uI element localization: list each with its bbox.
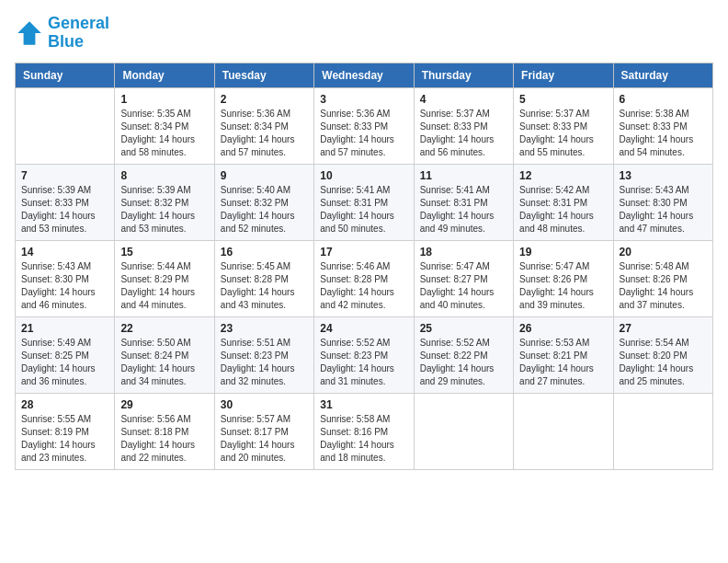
calendar-week-1: 1Sunrise: 5:35 AM Sunset: 8:34 PM Daylig… bbox=[16, 87, 713, 164]
day-info: Sunrise: 5:41 AM Sunset: 8:31 PM Dayligh… bbox=[420, 184, 507, 236]
day-number: 17 bbox=[320, 246, 407, 259]
day-info: Sunrise: 5:52 AM Sunset: 8:22 PM Dayligh… bbox=[420, 337, 507, 388]
day-info: Sunrise: 5:43 AM Sunset: 8:30 PM Dayligh… bbox=[21, 260, 108, 312]
day-number: 1 bbox=[120, 93, 208, 106]
calendar-cell: 18Sunrise: 5:47 AM Sunset: 8:27 PM Dayli… bbox=[414, 240, 513, 316]
calendar-cell: 2Sunrise: 5:36 AM Sunset: 8:34 PM Daylig… bbox=[214, 87, 313, 164]
day-number: 7 bbox=[21, 169, 108, 182]
calendar-week-3: 14Sunrise: 5:43 AM Sunset: 8:30 PM Dayli… bbox=[16, 240, 713, 316]
day-number: 28 bbox=[21, 398, 108, 411]
day-number: 19 bbox=[519, 246, 607, 259]
calendar-cell: 26Sunrise: 5:53 AM Sunset: 8:21 PM Dayli… bbox=[514, 316, 613, 393]
calendar-cell: 23Sunrise: 5:51 AM Sunset: 8:23 PM Dayli… bbox=[214, 316, 313, 393]
day-info: Sunrise: 5:37 AM Sunset: 8:33 PM Dayligh… bbox=[420, 108, 507, 159]
day-info: Sunrise: 5:36 AM Sunset: 8:34 PM Dayligh… bbox=[221, 108, 308, 159]
day-number: 14 bbox=[21, 246, 108, 259]
day-info: Sunrise: 5:38 AM Sunset: 8:33 PM Dayligh… bbox=[620, 108, 707, 159]
calendar-cell: 6Sunrise: 5:38 AM Sunset: 8:33 PM Daylig… bbox=[613, 87, 712, 164]
day-number: 5 bbox=[519, 93, 607, 106]
svg-marker-0 bbox=[17, 21, 41, 45]
calendar-cell: 9Sunrise: 5:40 AM Sunset: 8:32 PM Daylig… bbox=[214, 164, 313, 240]
day-number: 9 bbox=[221, 169, 308, 182]
calendar-cell: 21Sunrise: 5:49 AM Sunset: 8:25 PM Dayli… bbox=[16, 316, 115, 393]
day-number: 15 bbox=[120, 246, 208, 259]
day-info: Sunrise: 5:37 AM Sunset: 8:33 PM Dayligh… bbox=[519, 108, 607, 159]
weekday-header-tuesday: Tuesday bbox=[214, 63, 313, 87]
calendar-cell: 22Sunrise: 5:50 AM Sunset: 8:24 PM Dayli… bbox=[115, 316, 214, 393]
calendar-cell: 11Sunrise: 5:41 AM Sunset: 8:31 PM Dayli… bbox=[414, 164, 513, 240]
day-info: Sunrise: 5:57 AM Sunset: 8:17 PM Dayligh… bbox=[221, 413, 308, 465]
day-info: Sunrise: 5:56 AM Sunset: 8:18 PM Dayligh… bbox=[120, 413, 208, 465]
day-number: 13 bbox=[620, 169, 707, 182]
day-info: Sunrise: 5:35 AM Sunset: 8:34 PM Dayligh… bbox=[120, 108, 208, 159]
day-number: 23 bbox=[221, 322, 308, 335]
calendar-cell: 25Sunrise: 5:52 AM Sunset: 8:22 PM Dayli… bbox=[414, 316, 513, 393]
calendar-cell bbox=[16, 87, 115, 164]
weekday-header-thursday: Thursday bbox=[414, 63, 513, 87]
day-number: 29 bbox=[120, 398, 208, 411]
calendar-table: SundayMondayTuesdayWednesdayThursdayFrid… bbox=[15, 63, 713, 470]
day-number: 11 bbox=[420, 169, 507, 182]
day-number: 3 bbox=[320, 93, 407, 106]
day-number: 24 bbox=[320, 322, 407, 335]
calendar-cell bbox=[414, 393, 513, 469]
calendar-cell: 28Sunrise: 5:55 AM Sunset: 8:19 PM Dayli… bbox=[16, 393, 115, 469]
day-number: 8 bbox=[120, 169, 208, 182]
day-info: Sunrise: 5:41 AM Sunset: 8:31 PM Dayligh… bbox=[320, 184, 407, 236]
day-info: Sunrise: 5:54 AM Sunset: 8:20 PM Dayligh… bbox=[620, 337, 707, 388]
calendar-cell: 13Sunrise: 5:43 AM Sunset: 8:30 PM Dayli… bbox=[613, 164, 712, 240]
calendar-cell: 30Sunrise: 5:57 AM Sunset: 8:17 PM Dayli… bbox=[214, 393, 313, 469]
day-number: 2 bbox=[221, 93, 308, 106]
calendar-header-row: SundayMondayTuesdayWednesdayThursdayFrid… bbox=[16, 63, 713, 87]
logo-text: General Blue bbox=[48, 15, 109, 52]
calendar-cell: 8Sunrise: 5:39 AM Sunset: 8:32 PM Daylig… bbox=[115, 164, 214, 240]
calendar-cell: 15Sunrise: 5:44 AM Sunset: 8:29 PM Dayli… bbox=[115, 240, 214, 316]
calendar-week-4: 21Sunrise: 5:49 AM Sunset: 8:25 PM Dayli… bbox=[16, 316, 713, 393]
day-info: Sunrise: 5:39 AM Sunset: 8:33 PM Dayligh… bbox=[21, 184, 108, 236]
day-number: 16 bbox=[221, 246, 308, 259]
day-info: Sunrise: 5:58 AM Sunset: 8:16 PM Dayligh… bbox=[320, 413, 407, 465]
day-info: Sunrise: 5:55 AM Sunset: 8:19 PM Dayligh… bbox=[21, 413, 108, 465]
day-number: 20 bbox=[620, 246, 707, 259]
logo-icon bbox=[15, 18, 44, 48]
calendar-cell bbox=[613, 393, 712, 469]
calendar-cell: 14Sunrise: 5:43 AM Sunset: 8:30 PM Dayli… bbox=[16, 240, 115, 316]
page-header: General Blue bbox=[15, 15, 713, 52]
calendar-cell: 24Sunrise: 5:52 AM Sunset: 8:23 PM Dayli… bbox=[314, 316, 414, 393]
calendar-body: 1Sunrise: 5:35 AM Sunset: 8:34 PM Daylig… bbox=[16, 87, 713, 469]
calendar-cell: 5Sunrise: 5:37 AM Sunset: 8:33 PM Daylig… bbox=[514, 87, 613, 164]
calendar-cell: 1Sunrise: 5:35 AM Sunset: 8:34 PM Daylig… bbox=[115, 87, 214, 164]
calendar-cell: 20Sunrise: 5:48 AM Sunset: 8:26 PM Dayli… bbox=[613, 240, 712, 316]
day-number: 18 bbox=[420, 246, 507, 259]
weekday-header-wednesday: Wednesday bbox=[314, 63, 414, 87]
weekday-header-sunday: Sunday bbox=[16, 63, 115, 87]
day-info: Sunrise: 5:51 AM Sunset: 8:23 PM Dayligh… bbox=[221, 337, 308, 388]
day-number: 12 bbox=[519, 169, 607, 182]
day-info: Sunrise: 5:44 AM Sunset: 8:29 PM Dayligh… bbox=[120, 260, 208, 312]
calendar-week-2: 7Sunrise: 5:39 AM Sunset: 8:33 PM Daylig… bbox=[16, 164, 713, 240]
weekday-header-monday: Monday bbox=[115, 63, 214, 87]
calendar-cell: 3Sunrise: 5:36 AM Sunset: 8:33 PM Daylig… bbox=[314, 87, 414, 164]
calendar-cell: 10Sunrise: 5:41 AM Sunset: 8:31 PM Dayli… bbox=[314, 164, 414, 240]
weekday-header-saturday: Saturday bbox=[613, 63, 712, 87]
calendar-cell: 16Sunrise: 5:45 AM Sunset: 8:28 PM Dayli… bbox=[214, 240, 313, 316]
day-info: Sunrise: 5:53 AM Sunset: 8:21 PM Dayligh… bbox=[519, 337, 607, 388]
day-number: 26 bbox=[519, 322, 607, 335]
day-number: 22 bbox=[120, 322, 208, 335]
day-info: Sunrise: 5:47 AM Sunset: 8:26 PM Dayligh… bbox=[519, 260, 607, 312]
day-info: Sunrise: 5:47 AM Sunset: 8:27 PM Dayligh… bbox=[420, 260, 507, 312]
day-number: 31 bbox=[320, 398, 407, 411]
day-info: Sunrise: 5:49 AM Sunset: 8:25 PM Dayligh… bbox=[21, 337, 108, 388]
calendar-cell: 27Sunrise: 5:54 AM Sunset: 8:20 PM Dayli… bbox=[613, 316, 712, 393]
logo: General Blue bbox=[15, 15, 109, 52]
day-info: Sunrise: 5:39 AM Sunset: 8:32 PM Dayligh… bbox=[120, 184, 208, 236]
weekday-header-friday: Friday bbox=[514, 63, 613, 87]
day-info: Sunrise: 5:46 AM Sunset: 8:28 PM Dayligh… bbox=[320, 260, 407, 312]
day-number: 4 bbox=[420, 93, 507, 106]
calendar-cell: 29Sunrise: 5:56 AM Sunset: 8:18 PM Dayli… bbox=[115, 393, 214, 469]
day-number: 10 bbox=[320, 169, 407, 182]
calendar-cell: 12Sunrise: 5:42 AM Sunset: 8:31 PM Dayli… bbox=[514, 164, 613, 240]
calendar-cell: 7Sunrise: 5:39 AM Sunset: 8:33 PM Daylig… bbox=[16, 164, 115, 240]
day-number: 27 bbox=[620, 322, 707, 335]
day-number: 25 bbox=[420, 322, 507, 335]
